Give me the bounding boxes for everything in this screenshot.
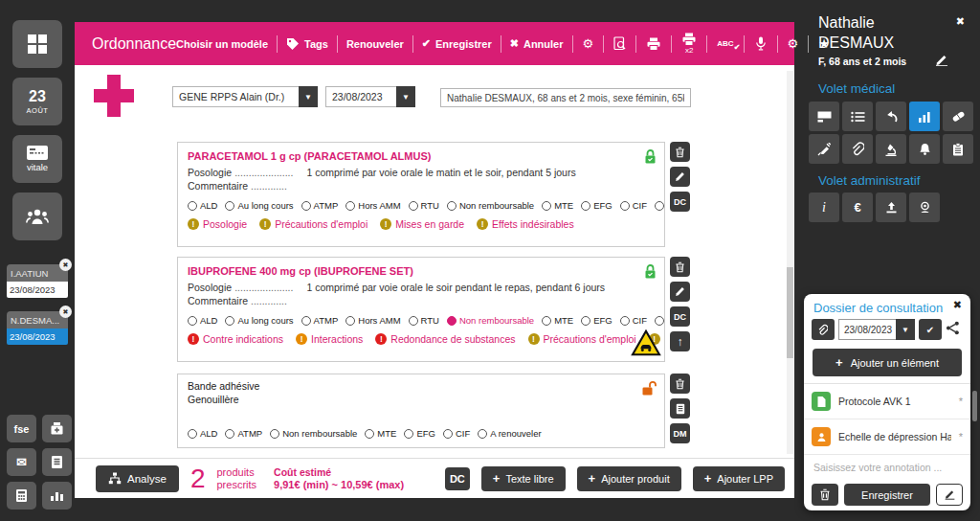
add-element-button[interactable]: + Ajouter un élément — [813, 349, 962, 376]
patient-tab-1[interactable]: ✖ I.AATIUN 23/08/2023 — [7, 264, 68, 298]
trash-button[interactable] — [670, 374, 690, 394]
list-button[interactable] — [842, 102, 873, 131]
option-a-renouveler[interactable]: A renouveler — [478, 428, 541, 439]
delete-button[interactable] — [812, 484, 838, 506]
option-ald[interactable]: ALD — [188, 428, 217, 439]
webcam-button[interactable] — [909, 193, 940, 222]
free-text-button[interactable]: +Texte libre — [481, 466, 566, 491]
chevron-down-icon[interactable]: ▼ — [299, 86, 318, 107]
option-mte[interactable]: MTE — [542, 200, 573, 211]
prescription-item-lpp[interactable]: Bande adhésive Genouillère ALDATMPNon re… — [177, 374, 665, 448]
chevron-down-icon[interactable]: ▼ — [896, 319, 915, 340]
option-hors-amm[interactable]: Hors AMM — [345, 200, 400, 211]
consultation-item-echelle-de-d-pression-ha[interactable]: Echelle de dépression Ha...* — [804, 419, 970, 455]
pencil-button[interactable] — [670, 282, 690, 302]
dictation-button[interactable] — [753, 36, 768, 51]
billing-button[interactable]: € — [842, 193, 873, 222]
option-cif[interactable]: CIF — [443, 428, 470, 439]
option-non-remboursable[interactable]: Non remboursable — [447, 200, 534, 211]
calculator-button[interactable] — [7, 482, 36, 510]
scrollbar-track[interactable] — [787, 71, 793, 454]
chart-button[interactable] — [909, 102, 940, 131]
trash-button[interactable] — [670, 142, 690, 162]
option-atmp[interactable]: ATMP — [301, 200, 339, 211]
cancel-button[interactable]: ✖Annuler — [510, 37, 564, 50]
option-a-renouveler[interactable]: A renouveler — [655, 315, 664, 326]
stats-button[interactable] — [42, 482, 72, 510]
mail-button[interactable]: ✉ — [7, 448, 36, 476]
validate-button[interactable]: ✔ — [919, 319, 942, 340]
option-au-long-cours[interactable]: Au long cours — [225, 200, 293, 211]
alert-mises-en-garde[interactable]: !Mises en garde — [380, 218, 464, 230]
option-au-long-cours[interactable]: Au long cours — [225, 315, 293, 326]
option-efg[interactable]: EFG — [581, 315, 612, 326]
settings-button[interactable]: ⚙ — [582, 37, 595, 50]
close-icon[interactable]: ✖ — [956, 15, 965, 28]
option-atmp[interactable]: ATMP — [301, 315, 339, 326]
spellcheck-button[interactable]: ABC✔ — [716, 40, 734, 48]
close-icon[interactable]: ✖ — [953, 299, 962, 311]
option-rtu[interactable]: RTU — [409, 315, 439, 326]
attach-button[interactable] — [812, 319, 835, 340]
alert-contre-indications[interactable]: !Contre indications — [188, 333, 283, 345]
prescription-item-paracetamol[interactable]: PARACETAMOL 1 g cp (PARACETAMOL ALMUS) P… — [177, 142, 665, 247]
alert-pr-cautions-d-emploi[interactable]: !Précautions d'emploi — [259, 218, 368, 230]
date-select[interactable]: 23/08/2023 ▼ — [325, 86, 415, 107]
option-efg[interactable]: EFG — [404, 428, 435, 439]
notes-button[interactable] — [42, 448, 72, 476]
carte-vitale-button[interactable]: vitale — [12, 135, 62, 183]
fse-button[interactable]: fse — [7, 415, 36, 442]
board-button[interactable] — [809, 102, 839, 131]
choose-model-button[interactable]: Choisir un modèle — [176, 38, 268, 50]
option-a-renouveler[interactable]: A renouveler — [655, 200, 664, 211]
save-consultation-button[interactable]: Enregistrer — [844, 484, 930, 506]
signature-icon[interactable] — [934, 53, 949, 70]
save-button[interactable]: ✔Enregistrer — [422, 37, 492, 50]
consultation-item-protocole-avk-1[interactable]: Protocole AVK 1* — [804, 384, 970, 419]
pencil-button[interactable] — [670, 167, 690, 187]
biology-button[interactable] — [876, 134, 906, 164]
info-button[interactable]: i — [809, 193, 839, 222]
scrollbar-thumb[interactable] — [972, 391, 977, 421]
patients-button[interactable] — [12, 193, 62, 240]
medicine-box-button[interactable] — [42, 415, 72, 442]
print-button[interactable] — [645, 37, 662, 51]
patient-summary-input[interactable] — [440, 88, 691, 107]
close-icon[interactable]: ✖ — [59, 259, 72, 271]
chevron-down-icon[interactable]: ▼ — [396, 86, 415, 107]
annotation-input[interactable] — [804, 455, 970, 480]
trash-button[interactable] — [670, 257, 690, 277]
attachment-button[interactable] — [842, 134, 873, 164]
edit-button[interactable] — [936, 484, 963, 506]
option-hors-amm[interactable]: Hors AMM — [345, 315, 400, 326]
tags-button[interactable]: Tags — [286, 37, 328, 51]
option-mte[interactable]: MTE — [542, 315, 573, 326]
scrollbar-thumb[interactable] — [787, 267, 793, 358]
add-lpp-button[interactable]: +Ajouter LPP — [693, 466, 785, 491]
dc-button[interactable]: DC — [670, 306, 690, 327]
option-cif[interactable]: CIF — [620, 315, 647, 326]
option-efg[interactable]: EFG — [581, 200, 612, 211]
option-non-remboursable[interactable]: Non remboursable — [447, 315, 534, 326]
doctor-select[interactable]: GENE RPPS Alain (Dr.) ▼ — [172, 86, 318, 107]
patient-tab-2[interactable]: ✖ N.DESMA... 23/08/2023 — [7, 311, 68, 345]
pill-button[interactable] — [943, 102, 973, 131]
option-non-remboursable[interactable]: Non remboursable — [270, 428, 357, 439]
undo-button[interactable] — [876, 102, 906, 131]
print-x2-button[interactable]: x2 — [680, 33, 698, 55]
option-mte[interactable]: MTE — [365, 428, 396, 439]
option-ald[interactable]: ALD — [188, 200, 217, 211]
alert-pr-cautions-d-emploi[interactable]: !Précautions d'emploi — [528, 333, 636, 345]
analyse-button[interactable]: Analyse — [96, 465, 179, 492]
preview-button[interactable] — [612, 36, 627, 51]
option-ald[interactable]: ALD — [188, 315, 217, 326]
upload-button[interactable] — [876, 193, 906, 222]
alert-effets-ind-sirables[interactable]: !Effets indésirables — [477, 218, 574, 230]
alerts-button[interactable] — [909, 134, 940, 164]
share-button[interactable] — [946, 321, 960, 339]
prescription-item-ibuprofene[interactable]: IBUPROFENE 400 mg cp (IBUPROFENE SET) Po… — [177, 257, 665, 362]
alert-posologie[interactable]: !Posologie — [188, 218, 247, 230]
close-icon[interactable]: ✖ — [59, 306, 72, 318]
up-button[interactable]: ↑ — [670, 331, 690, 351]
alert-interactions[interactable]: !Interactions — [296, 333, 363, 345]
